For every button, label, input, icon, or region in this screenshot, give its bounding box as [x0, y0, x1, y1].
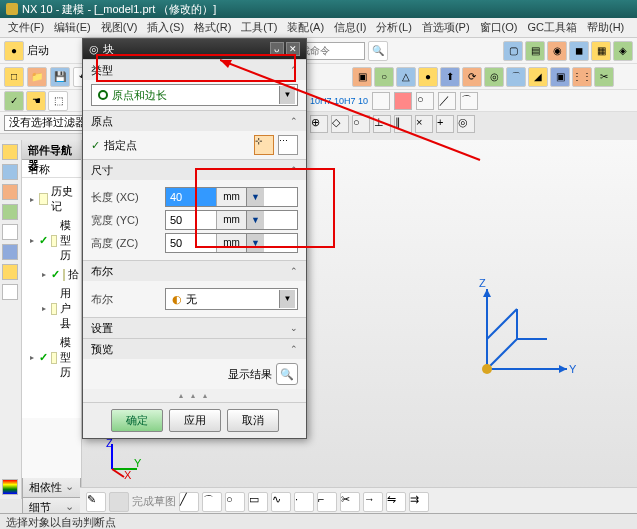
tree-body[interactable]: 历史记 模型历 拾 用户县 模型历 [22, 178, 81, 418]
menu-assembly[interactable]: 装配(A) [283, 18, 328, 37]
snap6-icon[interactable]: × [415, 115, 433, 133]
block-icon[interactable]: ▣ [352, 67, 372, 87]
sel-icon[interactable]: ⬚ [48, 91, 68, 111]
start-label[interactable]: 启动 [27, 43, 49, 58]
chevron-down-icon[interactable]: ▼ [279, 290, 295, 308]
circle-tool-icon[interactable]: ○ [225, 492, 245, 512]
layer-icon[interactable]: ▤ [525, 41, 545, 61]
pattern-icon[interactable]: ⋮⋮ [572, 67, 592, 87]
ok-button[interactable]: 确定 [111, 409, 163, 432]
role-icon[interactable] [2, 284, 18, 300]
menu-format[interactable]: 格式(R) [190, 18, 235, 37]
menu-prefs[interactable]: 首选项(P) [418, 18, 474, 37]
snap2-icon[interactable]: ◇ [331, 115, 349, 133]
yc-input[interactable] [166, 211, 216, 229]
snap1-icon[interactable]: ⊕ [310, 115, 328, 133]
sphere-icon[interactable]: ● [418, 67, 438, 87]
arc-icon[interactable]: ⌒ [460, 92, 478, 110]
section-origin[interactable]: 原点⌃ [83, 111, 306, 131]
check-icon[interactable]: ✓ [4, 91, 24, 111]
tree-item[interactable]: 模型历 [26, 216, 77, 265]
menu-tools[interactable]: 工具(T) [237, 18, 281, 37]
menu-edit[interactable]: 编辑(E) [50, 18, 95, 37]
reuse-icon[interactable] [2, 204, 18, 220]
mirror-tool-icon[interactable]: ⇋ [386, 492, 406, 512]
new-icon[interactable]: □ [4, 67, 24, 87]
tree-item[interactable]: 用户县 [26, 284, 77, 333]
menu-view[interactable]: 视图(V) [97, 18, 142, 37]
apply-button[interactable]: 应用 [169, 409, 221, 432]
const-icon[interactable] [2, 184, 18, 200]
zc-unit[interactable]: mm [216, 234, 246, 252]
section-preview[interactable]: 预览⌃ [83, 339, 306, 359]
snap3-icon[interactable]: ○ [352, 115, 370, 133]
line-tool-icon[interactable]: ╱ [179, 492, 199, 512]
finish-sketch-button[interactable] [109, 492, 129, 512]
section-bool[interactable]: 布尔⌃ [83, 261, 306, 281]
type-combo[interactable]: 原点和边长 ▼ [91, 84, 298, 106]
minimize-icon[interactable]: ᴗ [270, 42, 284, 56]
section-settings[interactable]: 设置⌄ [83, 318, 306, 338]
search-icon[interactable]: 🔍 [368, 41, 388, 61]
snap7-icon[interactable]: + [436, 115, 454, 133]
extend-tool-icon[interactable]: → [363, 492, 383, 512]
rect-tool-icon[interactable]: ▭ [248, 492, 268, 512]
xc-dropdown-icon[interactable]: ▼ [246, 188, 264, 206]
offset-tool-icon[interactable]: ⇉ [409, 492, 429, 512]
close-icon[interactable]: ✕ [286, 42, 300, 56]
yc-unit[interactable]: mm [216, 211, 246, 229]
xc-input[interactable] [166, 188, 216, 206]
dim-icon[interactable] [372, 92, 390, 110]
nav-icon[interactable] [2, 144, 18, 160]
color-icon[interactable] [2, 479, 18, 495]
hist-icon[interactable] [2, 264, 18, 280]
chevron-down-icon[interactable]: ▼ [279, 86, 295, 104]
show-result-button[interactable]: 🔍 [276, 363, 298, 385]
hole-icon[interactable]: ◎ [484, 67, 504, 87]
pick-icon[interactable]: ☚ [26, 91, 46, 111]
tree-item[interactable]: 拾 [26, 265, 77, 284]
trim-icon[interactable]: ✂ [594, 67, 614, 87]
menu-insert[interactable]: 插入(S) [143, 18, 188, 37]
snap8-icon[interactable]: ◎ [457, 115, 475, 133]
fillet-tool-icon[interactable]: ⌐ [317, 492, 337, 512]
menu-gctool[interactable]: GC工具箱 [523, 18, 581, 37]
cyl-icon[interactable]: ○ [374, 67, 394, 87]
menu-analysis[interactable]: 分析(L) [372, 18, 415, 37]
menu-info[interactable]: 信息(I) [330, 18, 370, 37]
section-type[interactable]: 类型⌃ [83, 60, 306, 80]
arc-tool-icon[interactable]: ⌒ [202, 492, 222, 512]
point-constructor-button[interactable]: ⋯ [278, 135, 298, 155]
line-icon[interactable]: ／ [438, 92, 456, 110]
solid-icon[interactable]: ◼ [569, 41, 589, 61]
zc-input[interactable] [166, 234, 216, 252]
start-icon[interactable]: ● [4, 41, 24, 61]
xc-unit[interactable]: mm [216, 188, 246, 206]
point-tool-icon[interactable]: · [294, 492, 314, 512]
web-icon[interactable] [2, 244, 18, 260]
point-dialog-button[interactable]: ⊹ [254, 135, 274, 155]
cube-icon[interactable]: ▢ [503, 41, 523, 61]
fillet-icon[interactable]: ⌒ [506, 67, 526, 87]
snap5-icon[interactable]: ∥ [394, 115, 412, 133]
open-icon[interactable]: 📁 [27, 67, 47, 87]
circle-icon[interactable]: ○ [416, 92, 434, 110]
red-icon[interactable] [394, 92, 412, 110]
shell-icon[interactable]: ▣ [550, 67, 570, 87]
zc-dropdown-icon[interactable]: ▼ [246, 234, 264, 252]
sketch-icon[interactable]: ✎ [86, 492, 106, 512]
revolve-icon[interactable]: ⟳ [462, 67, 482, 87]
wire-icon[interactable]: ▦ [591, 41, 611, 61]
spline-tool-icon[interactable]: ∿ [271, 492, 291, 512]
resize-handle[interactable]: ▴ ▴ ▴ [83, 389, 306, 402]
dialog-titlebar[interactable]: ◎ 块 ᴗ ✕ [83, 39, 306, 59]
render-icon[interactable]: ◉ [547, 41, 567, 61]
menu-window[interactable]: 窗口(O) [476, 18, 522, 37]
dep-row[interactable]: 相依性⌄ [22, 478, 81, 498]
asm-icon[interactable] [2, 164, 18, 180]
snap4-icon[interactable]: ⊥ [373, 115, 391, 133]
cancel-button[interactable]: 取消 [227, 409, 279, 432]
tree-item[interactable]: 模型历 [26, 333, 77, 382]
hd3d-icon[interactable] [2, 224, 18, 240]
yc-dropdown-icon[interactable]: ▼ [246, 211, 264, 229]
